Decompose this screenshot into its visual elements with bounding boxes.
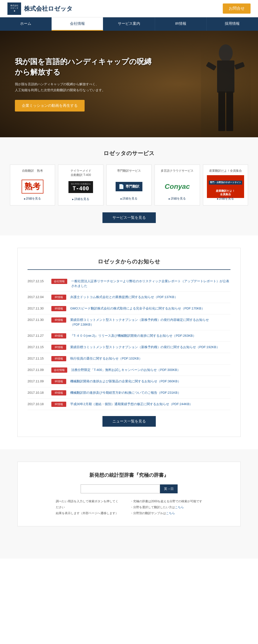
news-text[interactable]: 一般社団法人証券リサーチセンターより弊社のホリスティック企業レポート（アップデー… [71, 279, 230, 288]
dict-right-label2: ・分野を選択して翻訳したい方は [130, 506, 175, 509]
news-item: 2017.11.09 IR情報 機械翻訳開発の進捗および新製品の企業化に関するお… [28, 376, 230, 387]
news-container: ロゼッタからのお知らせ 2017.12.15 会社情報 一般社団法人証券リサーチ… [17, 248, 241, 437]
t400-logo-main: T-400 [71, 185, 91, 192]
service-sangyo-logo: 専門・分野別のサポートサイト 産業翻訳だよ！全員集合 [206, 179, 245, 194]
services-title: ロゼッタのサービス [10, 150, 248, 157]
services-grid: 自動翻訳 熟考 熟考 詳細を見る テイラーメイド 自動翻訳 T-400 御社専用… [10, 164, 248, 206]
news-text[interactable]: 業績目標コミットメント型ストックオプション（新株予約権）の発行内容確定に関するお… [70, 318, 230, 327]
svg-rect-4 [206, 62, 216, 70]
news-date: 2017.11.30 [28, 318, 47, 322]
news-item: 2017.11.30 IR情報 GMOスピード翻訳株式会社の株式取得による完全子… [28, 303, 230, 314]
news-date: 2017.11.27 [28, 333, 47, 338]
service-senmon-title: 専門翻訳サービス [110, 169, 148, 177]
dict-title-highlight: 究極の辞書 [139, 472, 164, 478]
news-date: 2017.11.09 [28, 379, 47, 383]
main-navigation: ホーム 会社情報 サービス案内 IR情報 採用情報 [0, 17, 258, 31]
svg-point-0 [219, 44, 233, 62]
news-item: 2017.12.15 会社情報 一般社団法人証券リサーチセンターより弊社のホリス… [28, 276, 230, 292]
service-conyac-link[interactable]: 詳細を見る [158, 196, 196, 201]
news-date: 2017.10.18 [28, 402, 47, 406]
nav-services[interactable]: サービス案内 [103, 17, 155, 31]
senmon-logo-text: 専門翻訳 [126, 184, 139, 189]
svg-rect-1 [217, 60, 234, 93]
services-more-button[interactable]: サービス一覧を見る [102, 212, 156, 223]
news-divider [28, 269, 230, 270]
sangyo-sub-label: 専門・分野別のサポートサイト [209, 181, 242, 184]
news-date: 2017.10.18 [28, 390, 47, 394]
hero-person-image [201, 43, 250, 137]
news-text[interactable]: 『T-４００(ver.2)』リリース及び機械翻訳開発の進捗に関するお知らせ（PD… [70, 333, 230, 338]
conyac-logo-text: Conyac [165, 182, 190, 190]
dict-link-1[interactable]: こちら [175, 506, 184, 509]
news-tag: IR情報 [51, 294, 66, 300]
hero-content: 我が国を言語的ハンディキャップの呪縛から解放する 我が国を言語的ハンディキャップ… [0, 46, 168, 122]
news-item: 2017.11.15 IR情報 執行役員の選任に関するお知らせ（PDF:102K… [28, 353, 230, 364]
svg-rect-5 [234, 62, 245, 70]
service-card-senmon: 専門翻訳サービス 📄 専門翻訳 詳細を見る [106, 164, 152, 206]
service-jukko-title: 自動翻訳 熟考 [13, 169, 52, 177]
hero-subtitle: 我が国を言語的ハンディキャップの呪縛から解放すべく、 人工知能を利用した次世代自… [15, 81, 153, 93]
news-item: 2017.11.09 会社情報 法務分野限定「T-400」無料お試しキャンペーン… [28, 364, 230, 376]
dictionary-info: 調べたい用語を入力して検索ボタンを押してください 結果を表示します（外部ページへ… [28, 498, 230, 516]
hero-video-button[interactable]: 企業ミッションの動画を再生する [15, 100, 85, 112]
company-name: 株式会社ロゼッタ [24, 5, 73, 13]
dict-info-left-line2: 結果を表示します（外部ページへ遷移します） [56, 510, 120, 516]
logo-area: 株式会社ロゼッタ✦ 株式会社ロゼッタ [8, 2, 73, 15]
news-more-button[interactable]: ニュース一覧を見る [102, 416, 156, 427]
hero-section: 我が国を言語的ハンディキャップの呪縛から解放する 我が国を言語的ハンディキャップ… [0, 31, 258, 137]
news-text[interactable]: 弁護士ドットコム株式会社との業務提携に関するお知らせ（PDF:137KB） [70, 294, 230, 300]
news-tag: 会社情報 [51, 368, 67, 373]
news-date: 2017.11.15 [28, 345, 47, 349]
contact-button[interactable]: お問合せ [223, 4, 250, 14]
news-date: 2017.11.15 [28, 356, 47, 360]
dict-title-end: 』 [164, 472, 169, 478]
news-item: 2017.11.27 IR情報 『T-４００(ver.2)』リリース及び機械翻訳… [28, 330, 230, 342]
dictionary-section: 新発想の統計型辞書『究極の辞書』 英→日 調べたい用語を入力して検索ボタンを押し… [0, 449, 258, 539]
service-jukko-link[interactable]: 詳細を見る [13, 196, 52, 201]
news-tag: IR情報 [51, 356, 66, 361]
news-tag: IR情報 [51, 306, 66, 311]
service-t400-link[interactable]: 詳細を見る [61, 197, 100, 201]
news-date: 2017.11.09 [28, 368, 47, 372]
service-conyac-title: 多言語クラウドサービス [158, 169, 196, 177]
service-t400-logo: 御社専用の自動翻訳AI T-400 [61, 180, 100, 194]
senmon-logo-box: 📄 専門翻訳 [116, 182, 142, 191]
dictionary-info-right: ・究極の辞書は2000を超える分野での検索が可能です ・分野を選択して翻訳したい… [130, 498, 202, 516]
news-text[interactable]: GMOスピード翻訳株式会社の株式取得による完全子会社化に関するお知らせ（PDF:… [70, 306, 230, 311]
dict-link-2[interactable]: こちら [166, 512, 175, 515]
dictionary-search-button[interactable]: 英→日 [160, 484, 178, 493]
nav-home[interactable]: ホーム [0, 17, 52, 31]
dictionary-search-row: 英→日 [28, 484, 230, 493]
service-senmon-link[interactable]: 詳細を見る [110, 196, 148, 201]
nav-company[interactable]: 会社情報 [52, 17, 103, 31]
news-tag: IR情報 [51, 402, 66, 407]
service-card-conyac: 多言語クラウドサービス Conyac 詳細を見る [155, 164, 200, 206]
service-card-t400: テイラーメイド 自動翻訳 T-400 御社専用の自動翻訳AI T-400 詳細を… [58, 164, 103, 206]
nav-recruit[interactable]: 採用情報 [207, 17, 258, 31]
service-senmon-logo: 📄 専門翻訳 [110, 179, 148, 194]
news-date: 2017.12.15 [28, 279, 47, 283]
news-text[interactable]: 業績目標コミットメント型ストックオプション（新株予約権）の発行に関するお知らせ（… [70, 345, 230, 350]
news-text[interactable]: 機械翻訳部の進捗及び今期経営方針の転換についてのご報告（PDF:231KB） [70, 390, 230, 395]
dictionary-search-input[interactable] [81, 484, 160, 493]
service-conyac-logo: Conyac [158, 179, 196, 194]
hero-title: 我が国を言語的ハンディキャップの呪縛から解放する [15, 56, 153, 77]
news-tag: IR情報 [51, 345, 66, 350]
news-item: 2017.11.15 IR情報 業績目標コミットメント型ストックオプション（新株… [28, 342, 230, 353]
services-section: ロゼッタのサービス 自動翻訳 熟考 熟考 詳細を見る テイラーメイド 自動翻訳 … [0, 137, 258, 236]
news-date: 2017.11.30 [28, 306, 47, 310]
news-text[interactable]: 平成30年2月期（連結・個別）通期業績予想の修正に関するお知らせ（PDF:244… [70, 402, 230, 406]
news-text[interactable]: 法務分野限定「T-400」無料お試しキャンペーンのお知らせ（PDF:300KB） [71, 368, 230, 372]
news-text[interactable]: 機械翻訳開発の進捗および新製品の企業化に関するお知らせ（PDF:360KB） [70, 379, 230, 384]
news-text[interactable]: 執行役員の選任に関するお知らせ（PDF:102KB） [70, 356, 230, 361]
news-item: 2017.10.18 IR情報 機械翻訳部の進捗及び今期経営方針の転換についての… [28, 387, 230, 399]
sangyo-logo-text: 専門・分野別のサポートサイト 産業翻訳だよ！全員集合 [207, 175, 244, 198]
service-jukko-logo: 熟考 [13, 179, 52, 194]
news-tag: IR情報 [51, 379, 66, 384]
nav-ir[interactable]: IR情報 [155, 17, 207, 31]
service-card-sangyo: 産業翻訳だよ！全員集合 専門・分野別のサポートサイト 産業翻訳だよ！全員集合 詳… [203, 164, 248, 206]
t400-logo-box: 御社専用の自動翻訳AI T-400 [69, 181, 93, 193]
dict-info-right-line2: ・分野を選択して翻訳したい方はこちら [130, 504, 202, 510]
dict-info-right-line3: ・分野別の翻訳サンプルはこちら [130, 510, 202, 516]
dictionary-info-left: 調べたい用語を入力して検索ボタンを押してください 結果を表示します（外部ページへ… [56, 498, 120, 516]
